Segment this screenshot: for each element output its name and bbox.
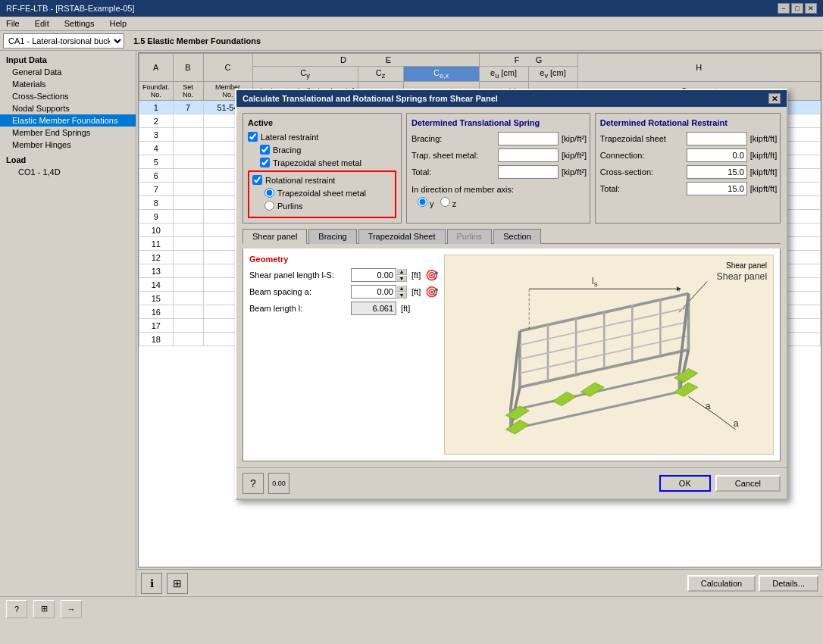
tab-shear-panel[interactable]: Shear panel: [243, 229, 307, 244]
trap-sheet-rot-row: Trapezoidal sheet [kipft/ft]: [600, 132, 775, 145]
shear-panel-length-up[interactable]: ▲: [396, 268, 407, 275]
total-rot-unit: [kipft/ft]: [750, 184, 777, 193]
menu-help[interactable]: Help: [106, 18, 130, 29]
svg-text:a: a: [706, 401, 711, 411]
trapezoidal-label: Trapezoidal sheet metal: [273, 158, 361, 167]
shear-panel-length-unit: [ft]: [412, 270, 421, 280]
sidebar-item-elastic-member-foundations[interactable]: Elastic Member Foundations: [0, 114, 136, 127]
beam-spacing-row: Beam spacing a: ▲ ▼ [ft]: [249, 285, 438, 299]
trapezoidal-checkbox[interactable]: [260, 158, 270, 167]
tab-purlins[interactable]: Purlins: [447, 229, 493, 244]
col-header-A: A: [139, 54, 174, 82]
connection-rot-input[interactable]: [687, 148, 747, 162]
beam-spacing-unit: [ft]: [412, 287, 421, 296]
details-button[interactable]: Details...: [759, 575, 818, 592]
main-layout: Input Data General Data Materials Cross-…: [0, 51, 823, 596]
footer-icon2-button[interactable]: ⊞: [33, 600, 55, 618]
analysis-case-dropdown[interactable]: CA1 - Lateral-torsional buckling: [3, 33, 124, 48]
svg-rect-0: [445, 256, 773, 453]
lateral-restraint-label: Lateral restraint: [261, 133, 318, 142]
trap-sheet-rot-input[interactable]: [687, 132, 747, 145]
bracing-checkbox[interactable]: [260, 145, 270, 155]
tab-trapezoidal-sheet[interactable]: Trapezoidal Sheet: [358, 229, 446, 244]
menu-edit[interactable]: Edit: [32, 18, 52, 29]
cross-section-rot-input[interactable]: [687, 165, 747, 179]
minimize-button[interactable]: −: [778, 3, 790, 14]
direction-radios: y z: [418, 197, 585, 208]
sidebar-item-nodal-supports[interactable]: Nodal Supports: [0, 102, 136, 114]
trapezoidal-radio[interactable]: [264, 188, 274, 198]
rotational-restraint-label: Rotational restraint: [265, 176, 335, 185]
beam-length-input: [351, 302, 396, 315]
calculation-button[interactable]: Calculation: [687, 575, 756, 592]
menu-file[interactable]: File: [3, 18, 23, 29]
sidebar-item-materials[interactable]: Materials: [0, 78, 136, 90]
y-axis-radio[interactable]: [418, 197, 427, 207]
footer-help-button[interactable]: ?: [6, 600, 27, 618]
bracing-field-label: Bracing:: [412, 134, 495, 143]
col-label-foundat: Foundat.No.: [139, 82, 174, 101]
trap-sheet-label: Trap. sheet metal:: [412, 151, 495, 160]
tab-section[interactable]: Section: [493, 229, 541, 244]
rotational-restraint-panel: Determined Rotational Restraint Trapezoi…: [595, 113, 781, 224]
menu-settings[interactable]: Settings: [61, 18, 98, 29]
shear-panel-length-pick[interactable]: 🎯: [425, 269, 438, 281]
sidebar-item-cross-sections[interactable]: Cross-Sections: [0, 90, 136, 102]
cross-section-rot-label: Cross-section:: [600, 167, 684, 177]
purlins-radio[interactable]: [264, 201, 274, 211]
sidebar-section-input: Input Data: [0, 54, 136, 66]
svg-text:Shear panel: Shear panel: [717, 271, 768, 282]
beam-spacing-up[interactable]: ▲: [396, 285, 407, 292]
svg-text:a: a: [734, 418, 739, 429]
total-trans-unit: [kip/ft²]: [562, 167, 587, 177]
section-header-title: 1.5 Elastic Member Foundations: [133, 36, 261, 45]
footer-icon3-button[interactable]: →: [61, 600, 82, 618]
bracing-field-row: Bracing: [kip/ft²]: [412, 132, 585, 145]
dialog-zero-button[interactable]: 0.00: [268, 473, 289, 494]
col-header-H: H: [577, 54, 820, 82]
sidebar-item-general-data[interactable]: General Data: [0, 66, 136, 78]
shear-panel-length-input[interactable]: [351, 268, 396, 282]
total-trans-label: Total:: [412, 167, 495, 177]
trap-sheet-input[interactable]: [498, 148, 559, 162]
bracing-field-input[interactable]: [498, 132, 559, 145]
lateral-restraint-checkbox[interactable]: [248, 132, 258, 142]
table-button[interactable]: ⊞: [167, 573, 188, 594]
sidebar-item-member-hinges[interactable]: Member Hinges: [0, 139, 136, 151]
dialog-body: Active Lateral restraint Bracing: [236, 107, 787, 467]
close-window-button[interactable]: ✕: [805, 3, 817, 14]
total-trans-input[interactable]: [498, 165, 559, 179]
sidebar-item-co1[interactable]: CO1 - 1,4D: [0, 166, 136, 178]
title-bar-controls: − □ ✕: [778, 3, 817, 14]
rotational-restraint-checkbox[interactable]: [252, 175, 262, 185]
beam-spacing-input[interactable]: [351, 285, 396, 299]
translational-panel: Determined Translational Spring Bracing:…: [406, 113, 590, 224]
direction-section: In direction of member axis: y z: [412, 185, 585, 208]
trap-sheet-unit: [kip/ft²]: [562, 151, 587, 160]
shear-panel-length-down[interactable]: ▼: [396, 275, 407, 282]
cross-section-rot-row: Cross-section: [kipft/ft]: [600, 165, 775, 179]
col-header-C: C: [203, 54, 252, 82]
rotational-panel-title: Determined Rotational Restraint: [600, 118, 775, 127]
beam-spacing-down[interactable]: ▼: [396, 292, 407, 299]
menu-bar: File Edit Settings Help: [0, 17, 823, 31]
dialog-cancel-button[interactable]: Cancel: [715, 475, 781, 492]
sidebar-item-member-end-springs[interactable]: Member End Springs: [0, 127, 136, 139]
beam-length-unit: [ft]: [401, 304, 410, 313]
main-area: A B C D E F G H Cy Cz Ce,x eu [cm] e: [136, 51, 823, 596]
total-rot-input[interactable]: [687, 182, 747, 195]
dialog-ok-button[interactable]: OK: [659, 475, 711, 492]
col-subheader-cy: Cy: [252, 67, 358, 82]
info-button[interactable]: ℹ: [141, 573, 162, 594]
tab-area: Shear panel Bracing Trapezoidal Sheet Pu…: [243, 228, 781, 461]
direction-label: In direction of member axis:: [412, 185, 585, 194]
tab-content-shear-panel: Geometry Shear panel length l-S: ▲ ▼: [243, 249, 781, 461]
maximize-button[interactable]: □: [791, 3, 803, 14]
dialog-help-button[interactable]: ?: [243, 473, 264, 494]
connection-rot-row: Connection: [kipft/ft]: [600, 148, 775, 162]
beam-length-label: Beam length l:: [249, 304, 348, 313]
z-axis-radio[interactable]: [440, 197, 450, 207]
dialog-close-button[interactable]: ✕: [768, 93, 781, 104]
tab-bracing[interactable]: Bracing: [308, 229, 356, 244]
beam-spacing-pick[interactable]: 🎯: [425, 286, 438, 298]
